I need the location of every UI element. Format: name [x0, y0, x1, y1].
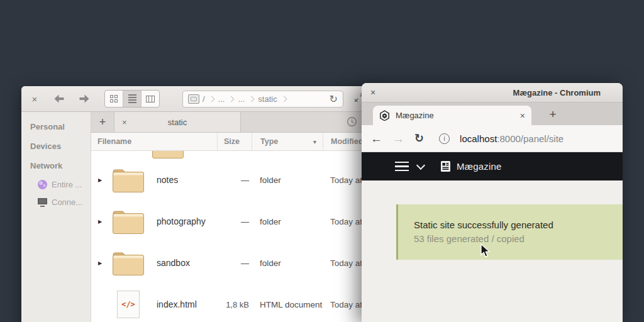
breadcrumb[interactable]: / ... ... static ↻ [182, 91, 343, 108]
file-size: — [217, 217, 252, 226]
file-type: HTML document [252, 300, 323, 309]
sidebar: Personal Devices Network Entire ... Conn… [21, 112, 91, 322]
folder-icon [112, 167, 145, 193]
file-size: — [217, 175, 252, 185]
site-header: Mægazine [362, 152, 623, 180]
file-row-notes[interactable]: ▶ notes — folder Today at [91, 159, 374, 201]
file-name: notes [152, 175, 217, 185]
new-tab-button[interactable]: + [91, 112, 114, 132]
column-headers: Filename Size Type ▾ Modified [91, 133, 374, 151]
file-manager-toolbar: × / ... ... static ↻ [21, 86, 374, 112]
breadcrumb-segment[interactable]: ... [238, 94, 245, 104]
chevron-right-icon [208, 96, 214, 102]
mouse-cursor [479, 243, 492, 258]
back-icon[interactable]: ← [370, 133, 382, 145]
browser-tab-maegazine[interactable]: Mægazine × [373, 106, 531, 125]
file-row-partial [91, 151, 374, 159]
reload-icon[interactable]: ↻ [414, 133, 424, 144]
file-name: sandbox [152, 258, 217, 268]
tab-bar: + × static [91, 112, 374, 133]
html-document-icon: </> [117, 291, 140, 318]
sidebar-item-label: Entire ... [52, 180, 82, 189]
sidebar-section-personal[interactable]: Personal [21, 117, 91, 136]
history-clock-icon [347, 116, 357, 127]
new-tab-button[interactable]: + [545, 108, 561, 121]
file-list: ▶ notes — folder Today at ▶ [91, 151, 374, 322]
magazine-icon [440, 160, 451, 172]
page-content: Static site successfully generated 53 fi… [362, 180, 623, 322]
folder-icon [112, 250, 145, 276]
expander-icon[interactable]: ▶ [91, 260, 105, 266]
disk-icon [188, 94, 199, 104]
list-view-button[interactable] [123, 91, 141, 107]
expander-icon[interactable]: ▶ [91, 177, 105, 183]
back-arrow-icon [53, 92, 65, 105]
file-row-index-html[interactable]: </> index.html 1,8 kB HTML document Toda… [91, 284, 374, 322]
grid-view-button[interactable] [105, 91, 123, 107]
view-switcher [104, 90, 160, 108]
breadcrumb-segment-current[interactable]: static [258, 94, 277, 104]
file-type: folder [252, 175, 323, 185]
sidebar-item-connect-server[interactable]: Conne... [21, 193, 91, 211]
close-icon[interactable]: × [28, 94, 42, 104]
forward-icon[interactable]: → [392, 133, 404, 145]
file-row-sandbox[interactable]: ▶ sandbox — folder Today at [91, 242, 374, 284]
sidebar-section-network[interactable]: Network [21, 156, 91, 175]
url-path: :8000/panel/site [497, 133, 564, 144]
browser-toolbar: ← → ↻ i localhost:8000/panel/site [362, 125, 623, 152]
chevron-right-icon [280, 96, 287, 102]
sort-arrow-icon[interactable]: ▾ [313, 138, 316, 145]
tab-label: static [168, 118, 187, 127]
column-header-filename[interactable]: Filename [91, 133, 217, 150]
chevron-right-icon [228, 96, 235, 102]
column-view-button[interactable] [141, 91, 159, 107]
reload-icon[interactable]: ↻ [330, 93, 338, 105]
expander-icon[interactable]: ▶ [91, 219, 105, 225]
close-icon[interactable]: × [370, 87, 375, 97]
tab-close-icon[interactable]: × [520, 111, 525, 121]
file-row-photography[interactable]: ▶ photography — folder Today at [91, 201, 374, 242]
restore-tab-button[interactable] [347, 116, 357, 130]
sidebar-item-entire-network[interactable]: Entire ... [21, 175, 91, 193]
site-header-title[interactable]: Mægazine [457, 161, 502, 172]
file-name: index.html [152, 299, 217, 309]
desktop: × / ... ... static ↻ [0, 0, 644, 322]
alert-subtitle: 53 files generated / copied [414, 233, 623, 244]
chromium-window: × Mægazine - Chromium Mægazine × + ← → ↻… [362, 83, 623, 322]
folder-icon [152, 151, 184, 159]
back-button[interactable] [52, 92, 67, 105]
tab-close-icon[interactable]: × [122, 118, 127, 127]
address-bar[interactable]: localhost:8000/panel/site [460, 133, 564, 144]
file-type: folder [252, 217, 323, 226]
folder-icon [112, 208, 145, 235]
forward-button[interactable] [77, 92, 92, 105]
sidebar-item-label: Conne... [52, 197, 82, 207]
site-info-icon[interactable]: i [439, 133, 450, 144]
tab-static[interactable]: × static [114, 112, 241, 132]
chevron-right-icon [248, 96, 255, 102]
column-header-type-label: Type [260, 137, 278, 146]
columns-icon [146, 96, 155, 103]
column-header-type[interactable]: Type ▾ [252, 133, 323, 150]
breadcrumb-root[interactable]: / [203, 94, 205, 104]
site-favicon [379, 110, 390, 121]
file-type: folder [252, 258, 323, 268]
url-host: localhost [460, 133, 497, 144]
chevron-down-icon[interactable] [416, 160, 425, 169]
menu-icon[interactable] [395, 162, 409, 172]
window-title: Mægazine - Chromium [362, 88, 623, 97]
globe-icon [38, 180, 47, 189]
file-size: — [217, 258, 252, 268]
file-name: photography [152, 216, 217, 226]
file-size: 1,8 kB [217, 300, 252, 309]
breadcrumb-segment[interactable]: ... [218, 94, 225, 104]
tab-title: Mægazine [396, 111, 514, 120]
alert-title: Static site successfully generated [414, 219, 623, 230]
list-icon [128, 94, 136, 103]
column-header-size[interactable]: Size [217, 133, 252, 150]
success-alert: Static site successfully generated 53 fi… [396, 204, 623, 260]
sidebar-section-devices[interactable]: Devices [21, 136, 91, 156]
file-manager-window: × / ... ... static ↻ [21, 86, 374, 322]
browser-tab-strip: Mægazine × + [362, 103, 623, 125]
chromium-titlebar[interactable]: × Mægazine - Chromium [362, 83, 623, 103]
